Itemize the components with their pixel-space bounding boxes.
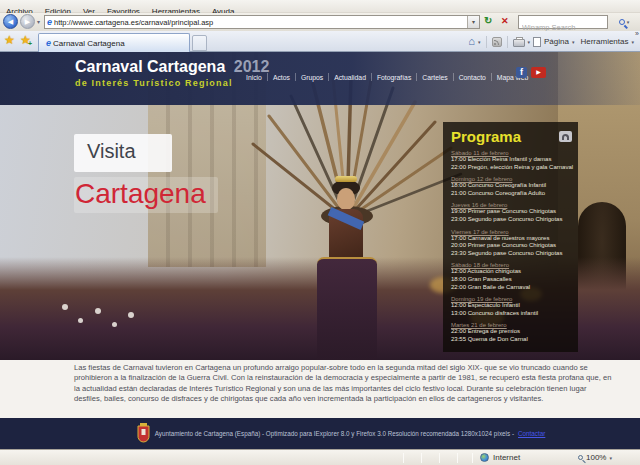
url-input[interactable] <box>54 17 467 28</box>
home-icon[interactable]: ⌂ <box>468 36 475 47</box>
print-dropdown-icon[interactable]: ▾ <box>528 39 531 45</box>
programa-event: 21:00 Concurso Coreografía Adulto <box>451 190 575 198</box>
navigation-bar: ◀ ▶ ▾ e ▾ ↻ ✕ ▾ <box>0 13 640 31</box>
search-dropdown-icon: ▾ <box>627 19 630 25</box>
programa-event: 22:00 Pregón, elección Reina y gala Carn… <box>451 164 575 172</box>
footer-link[interactable]: Contactar <box>518 430 545 437</box>
forward-button[interactable]: ▶ <box>20 14 35 29</box>
programa-event: 23:30 Segundo pase Concurso Chirigotas <box>451 250 575 258</box>
address-bar: e ▾ <box>44 15 480 29</box>
programa-event: 17:00 Elección Reina Infantil y damas <box>451 156 575 164</box>
programa-event: 20:00 Primer pase Concurso Chirigotas <box>451 242 575 250</box>
status-pane-divider <box>439 453 440 463</box>
refresh-button[interactable]: ↻ <box>484 15 492 26</box>
page-dropdown-icon[interactable]: ▾ <box>572 39 575 45</box>
home-dropdown-icon[interactable]: ▾ <box>478 39 481 45</box>
programa-event: 12:00 Actuación chirigotas <box>451 268 575 276</box>
nav-item-carteles[interactable]: Carteles <box>417 74 452 81</box>
nav-item-fotografias[interactable]: Fotografías <box>372 74 416 81</box>
status-pane-divider <box>472 453 473 463</box>
intro-paragraph: Las fiestas de Carnaval tuvieron en Cart… <box>74 363 612 404</box>
address-dropdown[interactable]: ▾ <box>467 16 479 28</box>
page-icon <box>533 37 541 47</box>
menu-bar: ArchivoEdiciónVerFavoritosHerramientasAy… <box>0 0 640 13</box>
programa-event: 19:00 Primer pase Concurso Chirigotas <box>451 208 575 216</box>
programa-icon[interactable] <box>559 131 572 142</box>
facebook-icon[interactable]: f <box>516 67 527 78</box>
site-footer: Ayuntamiento de Cartagena (España) - Opt… <box>0 418 640 449</box>
search-icon <box>619 19 625 25</box>
ie-page-icon: e <box>45 17 54 27</box>
footer-text: Ayuntamiento de Cartagena (España) - Opt… <box>155 430 514 437</box>
programa-title: Programa <box>451 128 521 145</box>
nav-item-actualidad[interactable]: Actualidad <box>329 74 371 81</box>
status-pane-divider <box>421 453 422 463</box>
internet-zone-icon <box>480 453 489 462</box>
tab-carnaval-cartagena[interactable]: e Carnaval Cartagena <box>38 33 190 52</box>
divider <box>507 36 508 48</box>
nav-item-contacto[interactable]: Contacto <box>454 74 491 81</box>
programa-event: 12:00 Espectáculo Infantil <box>451 302 575 310</box>
tab-bar: ★ ★ + e Carnaval Cartagena ⌂ ▾ ▾ Página … <box>0 31 640 52</box>
add-favorite-plus-icon: + <box>28 40 32 47</box>
zoom-dropdown-icon: ▾ <box>609 455 612 461</box>
search-go-button[interactable]: ▾ <box>611 15 637 29</box>
tools-dropdown-icon[interactable]: ▾ <box>631 39 634 45</box>
tab-favicon: e <box>44 38 53 48</box>
programa-event: 13:00 Concurso disfraces infantil <box>451 310 575 318</box>
programa-event: 22:00 Entrega de premios <box>451 328 575 336</box>
programa-panel: Programa Sábado 11 de febrero17:00 Elecc… <box>443 122 578 352</box>
tools-menu[interactable]: Herramientas <box>580 37 628 46</box>
page-menu[interactable]: Página <box>544 37 569 46</box>
zoom-icon <box>578 455 583 460</box>
site-header: Carnaval Cartagena 2012 de Interés Turís… <box>0 52 640 105</box>
site-title: Carnaval Cartagena <box>75 58 225 75</box>
programa-list: Sábado 11 de febrero17:00 Elección Reina… <box>451 150 575 344</box>
nav-item-grupos[interactable]: Grupos <box>296 74 328 81</box>
cartagena-label: Cartagena <box>75 178 206 209</box>
programa-event: 23:55 Quema de Don Carnal <box>451 336 575 344</box>
security-zone: Internet <box>480 453 520 462</box>
status-pane-divider <box>403 453 404 463</box>
forward-icon: ▶ <box>25 18 30 25</box>
programa-event: 17:00 Carnaval de nuestros mayores <box>451 235 575 243</box>
programa-event: 23:00 Segundo pase Concurso Chirigotas <box>451 216 575 224</box>
print-icon[interactable] <box>513 39 525 47</box>
new-tab-button[interactable] <box>192 35 207 51</box>
status-pane-divider <box>457 453 458 463</box>
programa-event: 18:00 Gran Pasacalles <box>451 276 575 284</box>
back-button[interactable]: ◀ <box>3 14 18 29</box>
browser-window: ArchivoEdiciónVerFavoritosHerramientasAy… <box>0 0 640 465</box>
toolbar-overflow-chevron[interactable]: » <box>635 30 639 37</box>
youtube-icon[interactable]: ▶ <box>531 67 546 78</box>
cartagena-banner: Cartagena <box>74 177 218 213</box>
visita-label: Visita <box>74 134 172 163</box>
site-nav: InicioActosGruposActualidadFotografíasCa… <box>241 71 533 83</box>
zoom-control[interactable]: 100% ▾ <box>578 453 612 462</box>
back-icon: ◀ <box>8 18 13 25</box>
status-bar: Internet 100% ▾ <box>0 449 640 465</box>
social-links: f ▶ <box>516 67 546 78</box>
history-dropdown[interactable]: ▾ <box>37 18 40 25</box>
visita-banner: Visita <box>74 134 172 172</box>
nav-item-inicio[interactable]: Inicio <box>241 74 267 81</box>
search-box <box>518 15 608 29</box>
zoom-level: 100% <box>586 453 606 462</box>
divider <box>486 36 487 48</box>
zone-label: Internet <box>493 453 520 462</box>
stop-button[interactable]: ✕ <box>501 16 509 26</box>
rss-feed-icon[interactable] <box>492 37 502 47</box>
favorites-button[interactable]: ★ <box>4 34 15 46</box>
programa-event: 18:00 Concurso Coreografía Infantil <box>451 182 575 190</box>
command-bar: ⌂ ▾ ▾ Página ▾ Herramientas ▾ <box>468 33 634 50</box>
page-content: Carnaval Cartagena 2012 de Interés Turís… <box>0 52 640 449</box>
programa-event: 22:00 Gran Baile de Carnaval <box>451 284 575 292</box>
tab-title: Carnaval Cartagena <box>53 39 125 48</box>
nav-item-actos[interactable]: Actos <box>268 74 295 81</box>
